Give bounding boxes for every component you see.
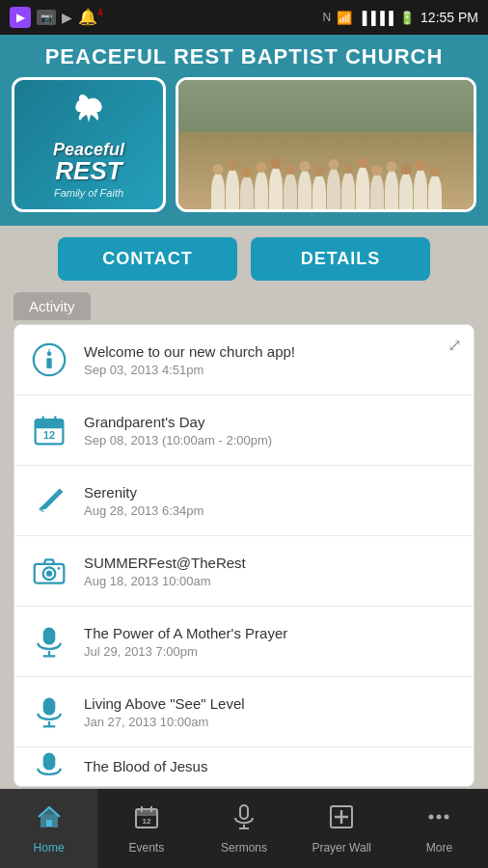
signal-icon: ▐▐▐▐	[358, 11, 393, 25]
sermons-icon	[230, 803, 258, 837]
activity-list: i Welcome to our new church app! Sep 03,…	[14, 324, 474, 787]
microphone-icon	[28, 747, 70, 786]
list-item[interactable]: The Blood of Jesus	[14, 747, 474, 786]
svg-point-3	[47, 351, 52, 356]
notification-icon: 🔔4	[78, 8, 103, 26]
item-title: Welcome to our new church app!	[84, 342, 460, 362]
item-date: Aug 18, 2013 10:00am	[84, 574, 460, 588]
item-title: Serenity	[84, 483, 460, 502]
nav-item-prayer-wall[interactable]: Prayer Wall	[293, 789, 391, 868]
list-item[interactable]: i Welcome to our new church app! Sep 03,…	[14, 325, 474, 395]
details-button[interactable]: DETAILS	[251, 237, 430, 281]
hero-section: Peaceful REST Family of Faith	[0, 77, 488, 226]
app-title: PEACEFUL REST BAPTIST CHURCH	[0, 44, 488, 69]
item-title: Living Above "See" Level	[84, 694, 460, 714]
prayer-wall-icon	[328, 803, 355, 837]
nav-label-home: Home	[34, 841, 65, 854]
list-item[interactable]: SUMMERFest@TheRest Aug 18, 2013 10:00am	[14, 536, 474, 607]
nav-label-events: Events	[128, 841, 164, 854]
svg-rect-2	[46, 358, 51, 368]
wifi-icon: 📶	[337, 11, 352, 25]
svg-point-12	[58, 567, 61, 570]
action-buttons-section: CONTACT DETAILS	[0, 226, 488, 292]
logo-text-peaceful: Peaceful	[53, 141, 124, 158]
svg-text:12: 12	[142, 817, 150, 826]
nav-item-more[interactable]: More	[391, 789, 488, 868]
item-date: Sep 08, 2013 (10:00am - 2:00pm)	[84, 433, 460, 448]
list-item[interactable]: Living Above "See" Level Jan 27, 2013 10…	[14, 677, 474, 747]
svg-rect-13	[43, 628, 56, 645]
play-icon: ▶	[62, 10, 72, 25]
status-left-icons: ▶ 📷 ▶ 🔔4	[10, 7, 103, 28]
svg-point-33	[437, 814, 442, 819]
svg-rect-5	[36, 420, 64, 428]
item-date: Sep 03, 2013 4:51pm	[84, 363, 460, 377]
bottom-nav: Home 12 Events Sermons	[0, 789, 488, 868]
nav-label-more: More	[426, 841, 452, 854]
activity-list-container: i Welcome to our new church app! Sep 03,…	[0, 324, 488, 787]
nav-label-prayer-wall: Prayer Wall	[312, 841, 371, 854]
logo-text-rest: REST	[53, 158, 124, 183]
nav-item-sermons[interactable]: Sermons	[195, 789, 292, 868]
activity-tab[interactable]: Activity	[14, 292, 91, 320]
battery-icon: 🔋	[399, 11, 415, 25]
clock: 12:55 PM	[420, 10, 478, 25]
photo-icon: 📷	[37, 10, 56, 25]
contact-button[interactable]: CONTACT	[58, 237, 237, 281]
list-item[interactable]: 12 Grandparent's Day Sep 08, 2013 (10:00…	[14, 395, 474, 466]
twitch-icon: ▶	[10, 7, 31, 28]
list-item[interactable]: The Power of A Mother's Prayer Jul 29, 2…	[14, 607, 474, 677]
item-title: The Blood of Jesus	[84, 757, 460, 776]
microphone-icon	[28, 620, 70, 663]
svg-rect-16	[43, 698, 56, 716]
microphone-icon	[28, 691, 70, 733]
home-icon	[36, 803, 63, 837]
status-right-icons: N 📶 ▐▐▐▐ 🔋 12:55 PM	[323, 10, 478, 25]
item-date: Aug 28, 2013 6:34pm	[84, 503, 460, 518]
church-logo: Peaceful REST Family of Faith	[12, 77, 166, 212]
camera-icon	[28, 550, 70, 592]
svg-rect-19	[43, 753, 56, 771]
status-bar: ▶ 📷 ▶ 🔔4 N 📶 ▐▐▐▐ 🔋 12:55 PM	[0, 0, 488, 35]
logo-tagline: Family of Faith	[53, 187, 124, 199]
calendar-icon: 12	[28, 409, 70, 451]
pencil-icon	[28, 479, 70, 522]
list-item[interactable]: Serenity Aug 28, 2013 6:34pm	[14, 466, 474, 536]
svg-point-34	[445, 814, 449, 819]
more-icon	[425, 803, 452, 837]
svg-rect-26	[240, 805, 248, 819]
item-date: Jan 27, 2013 10:00am	[84, 715, 460, 729]
svg-point-11	[46, 571, 52, 577]
nfc-icon: N	[323, 11, 332, 24]
svg-point-32	[429, 814, 434, 819]
item-title: Grandparent's Day	[84, 413, 460, 432]
svg-text:12: 12	[43, 429, 55, 441]
events-icon: 12	[133, 803, 160, 837]
item-date: Jul 29, 2013 7:00pm	[84, 644, 460, 659]
item-title: SUMMERFest@TheRest	[84, 554, 460, 573]
hero-photo	[176, 77, 476, 212]
app-header: PEACEFUL REST BAPTIST CHURCH	[0, 35, 488, 77]
nav-label-sermons: Sermons	[221, 841, 267, 854]
nav-item-events[interactable]: 12 Events	[97, 789, 195, 868]
item-title: The Power of A Mother's Prayer	[84, 624, 460, 643]
info-icon: i	[28, 339, 70, 381]
svg-rect-22	[136, 809, 157, 816]
nav-item-home[interactable]: Home	[0, 789, 97, 868]
dove-icon	[53, 92, 124, 137]
expand-icon: ⤢	[447, 335, 462, 356]
activity-section: Activity	[0, 292, 488, 324]
